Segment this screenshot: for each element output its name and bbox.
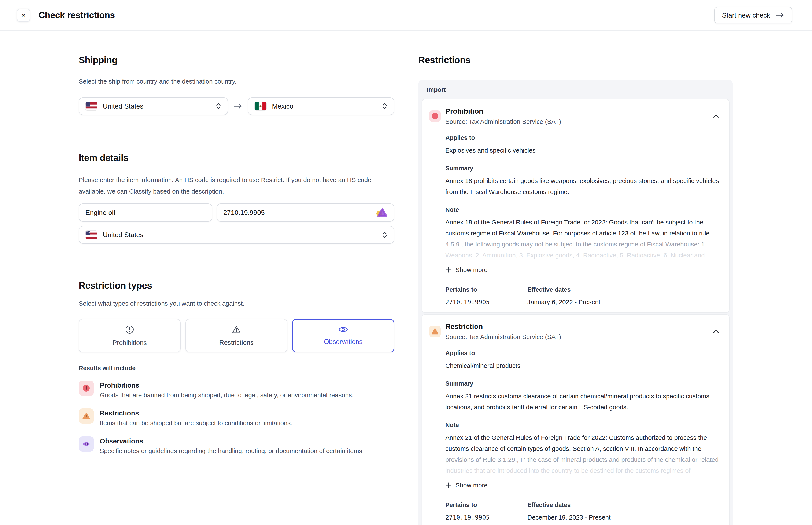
dates-column: Effective dates December 19, 2023 - Pres… (527, 501, 611, 521)
pertains-to-value: 2710.19.9905 (445, 298, 527, 306)
hs-code-input[interactable]: 2710.19.9905 (216, 204, 394, 222)
eye-icon (338, 326, 348, 333)
effective-dates-value: January 6, 2022 - Present (527, 298, 600, 306)
item-details-subtext: Please enter the item information. An HS… (79, 174, 394, 197)
exclamation-circle-icon (125, 325, 135, 334)
card-body: Applies to Explosives and specific vehic… (445, 134, 723, 306)
collapse-card-button[interactable] (713, 114, 719, 118)
result-item-text: Restrictions Items that can be shipped b… (100, 408, 292, 427)
start-new-check-label: Start new check (722, 12, 770, 19)
note-line: 4.5.9., the following goods may not be s… (445, 239, 723, 250)
card-header: Restriction Source: Tax Administration S… (429, 322, 723, 341)
restrictions-column: Restrictions Import Prohibition Sour (418, 31, 733, 525)
classify-icon (375, 207, 387, 218)
applies-to-label: Applies to (445, 134, 723, 141)
result-item-text: Prohibitions Goods that are banned from … (100, 380, 354, 399)
collapse-card-button[interactable] (713, 329, 719, 333)
pertains-column: Pertains to 2710.19.9905 (445, 286, 527, 306)
chevron-updown-icon (382, 102, 387, 110)
result-item-restrictions: Restrictions Items that can be shipped b… (79, 408, 394, 427)
card-header: Prohibition Source: Tax Administration S… (429, 107, 723, 125)
mexico-flag-icon (255, 102, 266, 110)
card-head-text: Prohibition Source: Tax Administration S… (445, 107, 561, 125)
note-label: Note (445, 206, 723, 213)
ship-from-country-value: United States (103, 102, 143, 110)
dates-column: Effective dates January 6, 2022 - Presen… (527, 286, 600, 306)
note-line: Annex 18 of the General Rules of Foreign… (445, 217, 723, 228)
result-item-description: Goods that are banned from being shipped… (100, 391, 354, 399)
ship-to-country-select[interactable]: Mexico (248, 97, 394, 115)
shipping-subtext: Select the ship from country and the des… (79, 77, 394, 86)
main-content: Shipping Select the ship from country an… (0, 31, 812, 525)
note-line: Annex 21 of the General Rules of Foreign… (445, 432, 723, 443)
close-button[interactable]: ✕ (17, 9, 30, 22)
chevron-updown-icon (216, 102, 221, 110)
close-icon: ✕ (21, 12, 26, 19)
effective-dates-label: Effective dates (527, 501, 611, 509)
type-card-restrictions[interactable]: Restrictions (185, 319, 287, 352)
shipping-direction-arrow-icon (228, 103, 248, 109)
ship-to-country-value: Mexico (272, 102, 293, 110)
observation-badge-icon (79, 436, 94, 452)
ship-from-country-select[interactable]: United States (79, 97, 228, 115)
type-card-observations[interactable]: Observations (292, 319, 394, 352)
hs-code-value: 2710.19.9905 (223, 209, 375, 216)
restriction-types-heading: Restriction types (79, 280, 394, 291)
prohibition-badge-icon (79, 380, 94, 396)
show-more-label: Show more (456, 266, 488, 273)
note-line: provisions of Rule 3.1.29., In the case … (445, 454, 723, 465)
note-line: Weapons, 2. Ammunition, 3. Explosive goo… (445, 250, 723, 261)
result-item-text: Observations Specific notes or guideline… (100, 436, 364, 455)
shipping-heading: Shipping (79, 55, 394, 65)
effective-dates-label: Effective dates (527, 286, 600, 294)
plus-icon (445, 482, 452, 489)
result-item-title: Observations (100, 437, 364, 445)
header: ✕ Check restrictions Start new check (0, 0, 812, 31)
applies-to-value: Explosives and specific vehicles (445, 145, 723, 156)
item-country-select[interactable]: United States (79, 226, 394, 244)
result-item-title: Restrictions (100, 409, 292, 417)
start-new-check-button[interactable]: Start new check (714, 7, 792, 24)
result-item-description: Items that can be shipped but are subjec… (100, 419, 292, 427)
show-more-button[interactable]: Show more (445, 264, 488, 275)
summary-label: Summary (445, 380, 723, 387)
results-will-include-label: Results will include (79, 365, 394, 372)
show-more-label: Show more (456, 482, 488, 489)
restriction-badge-icon (429, 326, 441, 337)
item-description-input[interactable]: Engine oil (79, 204, 212, 222)
note-value: Annex 18 of the General Rules of Foreign… (445, 217, 723, 261)
chevron-updown-icon (382, 231, 387, 239)
effective-dates-value: December 19, 2023 - Present (527, 513, 611, 521)
card-type-title: Prohibition (445, 107, 561, 115)
item-description-value: Engine oil (86, 209, 115, 216)
restriction-card-prohibition: Prohibition Source: Tax Administration S… (422, 99, 730, 313)
plus-icon (445, 267, 452, 273)
result-item-prohibitions: Prohibitions Goods that are banned from … (79, 380, 394, 399)
applies-to-label: Applies to (445, 349, 723, 357)
show-more-button[interactable]: Show more (445, 480, 488, 491)
type-card-label: Restrictions (219, 339, 254, 346)
card-type-title: Restriction (445, 322, 561, 331)
import-group-panel: Import Prohibition Source: Tax Administr… (418, 79, 733, 525)
card-body: Applies to Chemical/mineral products Sum… (445, 349, 723, 521)
shipping-country-row: United States Mexico (79, 97, 394, 115)
restriction-type-options: Prohibitions Restrictions (79, 319, 394, 352)
type-card-prohibitions[interactable]: Prohibitions (79, 319, 181, 352)
card-source: Source: Tax Administration Service (SAT) (445, 118, 561, 125)
note-value: Annex 21 of the General Rules of Foreign… (445, 432, 723, 476)
card-head-text: Restriction Source: Tax Administration S… (445, 322, 561, 341)
note-label: Note (445, 421, 723, 429)
page-title: Check restrictions (39, 10, 115, 20)
import-group-label: Import (427, 86, 730, 93)
summary-value: Annex 21 restricts customs clearance of … (445, 391, 723, 413)
item-country-value: United States (103, 231, 143, 239)
summary-value: Annex 18 prohibits certain goods like we… (445, 175, 723, 197)
us-flag-icon (86, 230, 97, 239)
item-details-heading: Item details (79, 152, 394, 163)
warning-triangle-icon (231, 325, 242, 334)
card-meta: Pertains to 2710.19.9905 Effective dates… (445, 501, 723, 521)
pertains-column: Pertains to 2710.19.9905 (445, 501, 527, 521)
applies-to-value: Chemical/mineral products (445, 360, 723, 371)
prohibition-badge-icon (429, 110, 441, 122)
pertains-to-label: Pertains to (445, 286, 527, 294)
